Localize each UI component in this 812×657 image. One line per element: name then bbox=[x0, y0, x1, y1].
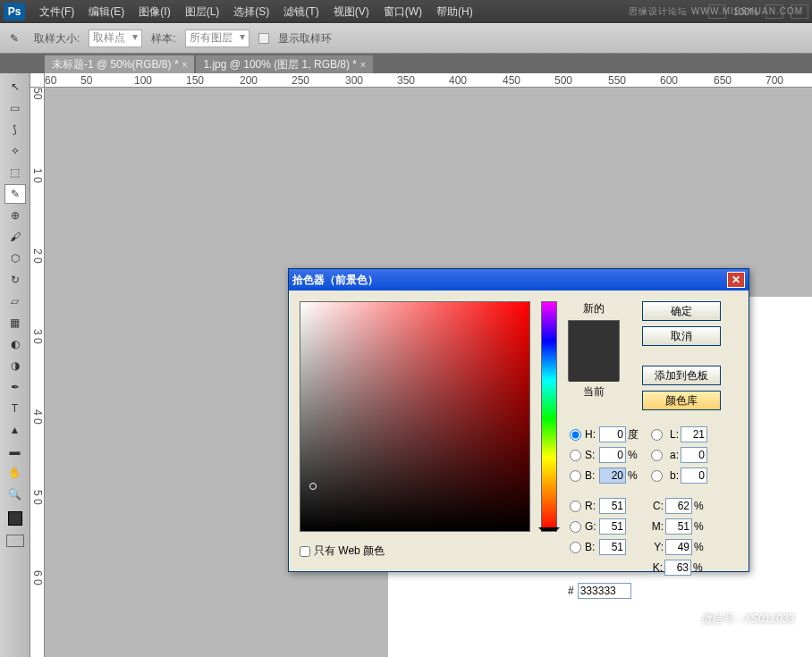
menu-view[interactable]: 视图(V) bbox=[326, 4, 376, 20]
gradient-tool[interactable]: ▦ bbox=[4, 313, 26, 333]
path-tool[interactable]: ▲ bbox=[4, 420, 26, 440]
current-color-swatch[interactable] bbox=[569, 351, 619, 382]
eyedropper-tool[interactable]: ✎ bbox=[4, 184, 26, 204]
add-swatch-button[interactable]: 添加到色板 bbox=[642, 366, 721, 385]
wechat-icon bbox=[672, 607, 696, 630]
dialog-title: 拾色器（前景色） bbox=[292, 273, 378, 288]
input-b2[interactable] bbox=[681, 467, 707, 484]
radio-a[interactable] bbox=[651, 450, 663, 461]
dialog-titlebar[interactable]: 拾色器（前景色） ✕ bbox=[289, 269, 749, 291]
menu-filter[interactable]: 滤镜(T) bbox=[276, 4, 326, 20]
show-ring-label: 显示取样环 bbox=[278, 31, 332, 46]
document-tabs: 未标题-1 @ 50%(RGB/8) * × 1.jpg @ 100% (图层 … bbox=[0, 54, 812, 73]
shape-tool[interactable]: ▬ bbox=[4, 442, 26, 461]
input-m[interactable] bbox=[665, 518, 692, 535]
color-field[interactable] bbox=[300, 301, 530, 532]
ok-button[interactable]: 确定 bbox=[642, 301, 721, 321]
radio-l[interactable] bbox=[651, 429, 663, 441]
wechat-watermark: 微信号：XS011033 bbox=[672, 607, 794, 630]
foreground-swatch[interactable] bbox=[8, 511, 22, 526]
radio-g[interactable] bbox=[570, 521, 581, 533]
show-ring-checkbox[interactable] bbox=[258, 33, 269, 44]
radio-b2[interactable] bbox=[651, 470, 663, 482]
quickmask-icon[interactable] bbox=[6, 535, 24, 547]
input-a[interactable] bbox=[681, 447, 707, 463]
tab-label: 未标题-1 @ 50%(RGB/8) * bbox=[52, 57, 179, 72]
brush-tool[interactable]: 🖌 bbox=[4, 227, 26, 247]
main-area: ↖ ▭ ⟆ ✧ ⬚ ✎ ⊕ 🖌 ⬡ ↻ ▱ ▦ ◐ ◑ ✒ T ▲ ▬ ✋ 🔍 … bbox=[0, 73, 812, 657]
close-button[interactable]: ✕ bbox=[727, 272, 745, 288]
lasso-tool[interactable]: ⟆ bbox=[4, 120, 26, 139]
crop-tool[interactable]: ⬚ bbox=[4, 163, 26, 182]
pen-tool[interactable]: ✒ bbox=[4, 377, 26, 397]
history-brush-tool[interactable]: ↻ bbox=[4, 270, 26, 290]
input-g[interactable] bbox=[599, 518, 626, 535]
tab-1jpg[interactable]: 1.jpg @ 100% (图层 1, RGB/8) * × bbox=[196, 55, 372, 73]
hand-tool[interactable]: ✋ bbox=[4, 463, 26, 483]
ps-logo: Ps bbox=[4, 3, 25, 21]
ruler-origin[interactable] bbox=[30, 73, 45, 88]
color-marker[interactable] bbox=[309, 483, 317, 490]
input-bb[interactable] bbox=[599, 539, 626, 555]
input-r[interactable] bbox=[599, 498, 626, 514]
move-tool[interactable]: ↖ bbox=[4, 77, 26, 97]
sample-size-label: 取样大小: bbox=[34, 31, 80, 46]
input-l[interactable] bbox=[681, 426, 707, 442]
input-hex[interactable] bbox=[578, 583, 631, 599]
dodge-tool[interactable]: ◑ bbox=[4, 356, 26, 375]
options-bar: ✎ 取样大小: 取样点 样本: 所有图层 显示取样环 bbox=[0, 23, 812, 54]
ruler-vertical[interactable]: 50 1 0 2 0 3 0 4 0 5 0 6 0 bbox=[30, 88, 45, 657]
close-icon[interactable]: × bbox=[360, 60, 366, 70]
menu-edit[interactable]: 编辑(E) bbox=[81, 4, 131, 20]
wand-tool[interactable]: ✧ bbox=[4, 141, 26, 161]
menu-select[interactable]: 选择(S) bbox=[226, 4, 276, 20]
heal-tool[interactable]: ⊕ bbox=[4, 206, 26, 225]
hex-label: # bbox=[568, 585, 574, 597]
marquee-tool[interactable]: ▭ bbox=[4, 98, 26, 118]
radio-bb[interactable] bbox=[570, 542, 581, 553]
hue-slider[interactable] bbox=[541, 301, 557, 532]
color-preview bbox=[568, 320, 620, 381]
color-picker-dialog: 拾色器（前景色） ✕ 新的 bbox=[288, 268, 749, 572]
input-b[interactable] bbox=[599, 467, 626, 484]
sample-size-select[interactable]: 取样点 bbox=[89, 29, 142, 47]
menubar: Ps 文件(F) 编辑(E) 图像(I) 图层(L) 选择(S) 滤镜(T) 视… bbox=[0, 0, 812, 23]
color-libraries-button[interactable]: 颜色库 bbox=[642, 391, 721, 410]
menu-window[interactable]: 窗口(W) bbox=[376, 4, 429, 20]
ruler-horizontal[interactable]: 60 50 100 150 200 250 300 350 400 450 50… bbox=[45, 73, 812, 88]
input-y[interactable] bbox=[665, 539, 692, 555]
eraser-tool[interactable]: ▱ bbox=[4, 291, 26, 311]
input-c[interactable] bbox=[665, 498, 692, 514]
menu-layer[interactable]: 图层(L) bbox=[178, 4, 227, 20]
tab-untitled[interactable]: 未标题-1 @ 50%(RGB/8) * × bbox=[45, 55, 194, 73]
close-icon[interactable]: × bbox=[182, 60, 188, 70]
radio-s[interactable] bbox=[570, 450, 581, 461]
zoom-tool[interactable]: 🔍 bbox=[4, 484, 26, 504]
tab-label: 1.jpg @ 100% (图层 1, RGB/8) * bbox=[203, 57, 357, 72]
menu-help[interactable]: 帮助(H) bbox=[429, 4, 480, 20]
toolbox: ↖ ▭ ⟆ ✧ ⬚ ✎ ⊕ 🖌 ⬡ ↻ ▱ ▦ ◐ ◑ ✒ T ▲ ▬ ✋ 🔍 bbox=[0, 73, 30, 657]
site-watermark: 思缘设计论坛 WWW.MISSYUAN.COM bbox=[629, 5, 803, 18]
eyedropper-icon: ✎ bbox=[4, 28, 25, 49]
radio-h[interactable] bbox=[570, 429, 581, 441]
input-h[interactable] bbox=[599, 426, 626, 442]
menu-image[interactable]: 图像(I) bbox=[131, 4, 177, 20]
radio-b[interactable] bbox=[570, 470, 581, 482]
blur-tool[interactable]: ◐ bbox=[4, 334, 26, 354]
stamp-tool[interactable]: ⬡ bbox=[4, 248, 26, 268]
input-s[interactable] bbox=[599, 447, 626, 463]
new-color-label: 新的 bbox=[583, 301, 605, 316]
hue-marker[interactable] bbox=[538, 527, 560, 533]
canvas-area: 60 50 100 150 200 250 300 350 400 450 50… bbox=[30, 73, 812, 657]
sample-layers-select[interactable]: 所有图层 bbox=[185, 29, 250, 47]
web-only-label: 只有 Web 颜色 bbox=[314, 543, 385, 559]
web-only-checkbox[interactable] bbox=[300, 546, 310, 557]
radio-r[interactable] bbox=[570, 501, 581, 512]
type-tool[interactable]: T bbox=[4, 399, 26, 418]
current-color-label: 当前 bbox=[583, 384, 605, 400]
sample-label: 样本: bbox=[151, 31, 175, 46]
input-k[interactable] bbox=[664, 560, 691, 576]
new-color-swatch bbox=[569, 321, 619, 351]
cancel-button[interactable]: 取消 bbox=[642, 326, 721, 346]
menu-file[interactable]: 文件(F) bbox=[32, 4, 81, 20]
